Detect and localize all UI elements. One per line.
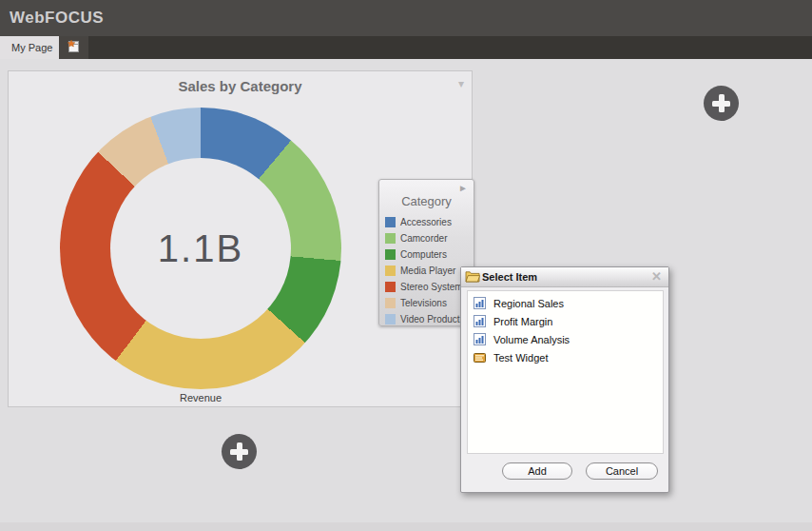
widget-title: Sales by Category: [9, 78, 472, 94]
html-widget-icon: [474, 351, 487, 364]
legend-item-label: Computers: [400, 249, 447, 260]
legend-item-label: Camcorder: [400, 233, 447, 244]
legend-item-label: Accessories: [400, 217, 452, 227]
add-widget-button-below-chart[interactable]: [222, 434, 257, 469]
legend-swatch: [385, 314, 396, 324]
select-item-dialog: Select Item ✕ Regional Sales Profit Marg…: [460, 266, 669, 493]
page: WebFOCUS My Page Sales by Category ▾ 1.1…: [0, 0, 812, 531]
legend-swatch: [385, 249, 396, 260]
dialog-list-item[interactable]: Regional Sales: [468, 294, 663, 312]
legend-item-label: Media Player: [400, 266, 455, 276]
bar-chart-icon: [474, 297, 487, 309]
legend-swatch: [385, 282, 396, 292]
dialog-close-icon[interactable]: ✕: [651, 269, 662, 284]
legend-swatch: [385, 266, 396, 276]
dialog-item-list: Regional Sales Profit Margin Volume Anal…: [467, 290, 664, 454]
plus-icon: [237, 442, 242, 461]
bottom-strip: [0, 522, 812, 531]
dialog-list-item[interactable]: Volume Analysis: [468, 330, 663, 348]
legend-item-label: Stereo Systems: [400, 282, 468, 292]
dialog-list-item[interactable]: Test Widget: [468, 348, 663, 366]
chart-center-value: 1.1B: [158, 227, 243, 270]
legend-item[interactable]: Computers: [385, 246, 474, 263]
legend-item-label: Televisions: [400, 298, 447, 308]
app-header: WebFOCUS: [0, 0, 812, 36]
donut-chart[interactable]: 1.1B: [60, 108, 341, 389]
dialog-titlebar[interactable]: Select Item ✕: [461, 267, 668, 287]
dialog-item-label: Volume Analysis: [493, 334, 570, 345]
donut-hole: 1.1B: [110, 158, 291, 339]
legend-item[interactable]: Camcorder: [385, 230, 474, 246]
legend-expand-arrow-icon[interactable]: ►: [458, 183, 468, 193]
chart-axis-label: Revenue: [10, 392, 391, 403]
dialog-item-label: Regional Sales: [493, 298, 564, 309]
tab-bar: My Page: [0, 36, 812, 59]
legend-swatch: [385, 298, 396, 308]
app-title: WebFOCUS: [10, 9, 104, 28]
bar-chart-icon: [474, 315, 487, 327]
legend-item[interactable]: Accessories: [385, 214, 474, 230]
legend-title: Category: [379, 194, 474, 208]
legend-swatch: [385, 217, 396, 227]
dialog-list-item[interactable]: Profit Margin: [468, 312, 663, 330]
dialog-item-label: Test Widget: [493, 352, 548, 364]
plus-icon: [719, 94, 725, 112]
add-widget-button-top-right[interactable]: [704, 86, 739, 121]
legend-swatch: [385, 233, 396, 244]
add-button[interactable]: Add: [502, 462, 572, 480]
dialog-title: Select Item: [482, 271, 537, 283]
open-folder-icon: [465, 270, 480, 287]
bar-chart-icon: [474, 333, 487, 345]
cancel-button[interactable]: Cancel: [586, 462, 658, 480]
widget-menu-arrow-icon[interactable]: ▾: [458, 77, 464, 90]
dialog-item-label: Profit Margin: [493, 316, 552, 327]
tab-new-page[interactable]: [59, 36, 88, 59]
tab-my-page[interactable]: My Page: [0, 36, 59, 59]
new-page-icon: [67, 39, 81, 57]
